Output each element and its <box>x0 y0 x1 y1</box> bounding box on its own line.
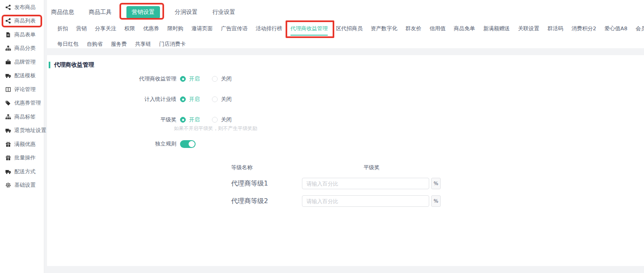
sidebar-item-product-list[interactable]: 商品列表 <box>0 14 44 28</box>
form-row-independent-rule: 独立规则 <box>47 136 644 152</box>
tab-marketing[interactable]: 营销 <box>76 25 87 32</box>
tab-association-settings[interactable]: 关联设置 <box>518 25 539 32</box>
radio-group: 开启 关闭 <box>180 75 232 83</box>
tab-asset-digitization[interactable]: 资产数字化 <box>371 25 397 32</box>
radio-unchecked-icon <box>212 76 218 82</box>
tab-district-agent-recruit[interactable]: 区代招商员 <box>336 25 363 32</box>
tab-agent-income-wrap: 代理商收益管理 <box>290 25 328 36</box>
sidebar-item-product-category[interactable]: 商品分类 <box>0 42 44 56</box>
gear-icon <box>5 182 11 188</box>
sidebar-item-label: 商品表单 <box>14 31 36 38</box>
percent-input-group: % <box>302 195 441 207</box>
form-label: 平级奖 <box>47 116 180 123</box>
sidebar-item-comment-management[interactable]: 评论管理 <box>0 83 44 96</box>
radio-open[interactable]: 开启 <box>180 116 200 123</box>
content-card: 代理商收益管理 代理商收益管理 开启 关闭 计入统计 <box>47 55 644 266</box>
tab-service-fee[interactable]: 服务费 <box>111 40 127 48</box>
file-icon <box>5 32 11 38</box>
tab-agent-income-management[interactable]: 代理商收益管理 <box>290 25 328 36</box>
sidebar-item-publish-product[interactable]: 发布商品 <box>0 0 44 14</box>
tab-flash-sale[interactable]: 限时购 <box>167 25 183 32</box>
sidebar-item-label: 满额优惠 <box>14 141 36 148</box>
form-label: 独立规则 <box>47 140 180 148</box>
secondary-tabs: 折扣 营销 分享关注 权限 优惠券 限时购 邀请页面 广告宣传语 活动排行榜 代… <box>47 18 644 36</box>
sidebar-item-product-tag[interactable]: 商品标签 <box>0 110 44 124</box>
sidebar-item-full-discount[interactable]: 满额优惠 <box>0 137 44 151</box>
table-header-peer-award: 平级奖 <box>302 164 441 171</box>
percent-input-group: % <box>302 178 441 189</box>
sidebar-item-coupon-management[interactable]: 优惠券管理 <box>0 96 44 110</box>
radio-open[interactable]: 开启 <box>180 75 200 83</box>
truck-icon <box>5 169 11 175</box>
sidebar-item-delivery-template[interactable]: 配送模板 <box>0 69 44 83</box>
tab-credit-value[interactable]: 信用值 <box>430 25 446 32</box>
radio-close[interactable]: 关闭 <box>212 116 232 123</box>
radio-group: 开启 关闭 <box>180 116 232 123</box>
table-header-row: 等级名称 平级奖 <box>231 163 493 172</box>
sidebar-item-brand-management[interactable]: 品牌管理 <box>0 55 44 69</box>
briefcase-icon <box>5 59 11 65</box>
sidebar-item-product-form[interactable]: 商品表单 <box>0 28 44 42</box>
sidebar-item-delivery-method[interactable]: 配送方式 <box>0 165 44 179</box>
sidebar-item-label: 配送方式 <box>14 168 36 175</box>
sidebar-item-return-address[interactable]: 退货地址设置 <box>0 124 44 138</box>
tab-group-qr[interactable]: 群活码 <box>547 25 563 32</box>
sidebar-item-label: 品牌管理 <box>14 58 36 66</box>
gift-icon <box>5 155 11 161</box>
tab-invite-page[interactable]: 邀请页面 <box>191 25 213 32</box>
settings-form: 代理商收益管理 开启 关闭 计入统计业绩 <box>47 69 644 207</box>
tab-industry-settings[interactable]: 行业设置 <box>212 9 235 16</box>
table-row: 代理商等级2 % <box>231 195 493 207</box>
tab-store-consume-card[interactable]: 门店消费卡 <box>159 40 186 48</box>
columns-icon <box>5 87 11 92</box>
radio-close[interactable]: 关闭 <box>212 96 232 103</box>
tab-product-free[interactable]: 商品免单 <box>454 25 475 32</box>
tertiary-tabs: 每日红包 自购省 服务费 共享链 门店消费卡 <box>47 36 644 48</box>
sitemap-icon <box>5 114 11 120</box>
section-title-text: 代理商收益管理 <box>54 61 94 69</box>
tab-profit-settings[interactable]: 分润设置 <box>175 9 198 16</box>
sidebar-item-basic-settings[interactable]: 基础设置 <box>0 179 44 192</box>
tab-love-value-a8[interactable]: 爱心值A8 <box>604 25 627 32</box>
tab-activity-ranking[interactable]: 活动排行榜 <box>256 25 282 32</box>
tab-member[interactable]: 会员 <box>635 25 644 32</box>
tab-marketing-settings-wrap: 营销设置 <box>126 6 160 18</box>
gift-icon <box>5 141 11 147</box>
sidebar-item-label: 评论管理 <box>14 86 36 93</box>
tab-group-friend-price[interactable]: 群友价 <box>405 25 421 32</box>
sidebar-item-batch-operation[interactable]: 批量操作 <box>0 151 44 165</box>
radio-checked-icon <box>180 117 186 123</box>
tab-share-chain[interactable]: 共享链 <box>135 40 151 48</box>
table-row: 代理商等级1 % <box>231 178 493 189</box>
radio-checked-icon <box>180 76 186 82</box>
radio-checked-icon <box>180 96 186 102</box>
tab-permission[interactable]: 权限 <box>124 25 135 32</box>
sidebar-item-label: 配送模板 <box>14 72 36 79</box>
tab-ad-slogan[interactable]: 广告宣传语 <box>221 25 248 32</box>
section-title-bar <box>49 62 50 68</box>
sidebar: 发布商品 商品列表 商品表单 商品分类 品牌管理 配送模板 评论管理 优惠券管理… <box>0 0 44 273</box>
sidebar-item-label: 批量操作 <box>14 154 36 161</box>
sidebar-item-label: 商品列表 <box>14 17 36 25</box>
radio-close[interactable]: 关闭 <box>212 75 232 83</box>
share-icon <box>5 4 11 10</box>
percent-input[interactable] <box>302 195 429 207</box>
tab-coupon[interactable]: 优惠券 <box>143 25 159 32</box>
tab-discount[interactable]: 折扣 <box>57 25 68 32</box>
sidebar-item-label: 退货地址设置 <box>14 127 46 134</box>
tab-share-follow[interactable]: 分享关注 <box>95 25 116 32</box>
tab-product-info[interactable]: 商品信息 <box>51 9 74 16</box>
tab-new-full-gift[interactable]: 新满额赠送 <box>483 25 510 32</box>
independent-rule-toggle[interactable] <box>180 140 196 148</box>
table-header-level-name: 等级名称 <box>231 164 302 171</box>
radio-unchecked-icon <box>212 117 218 123</box>
tab-marketing-settings[interactable]: 营销设置 <box>126 6 160 18</box>
tab-product-tools[interactable]: 商品工具 <box>89 9 112 16</box>
tab-self-purchase-save[interactable]: 自购省 <box>87 40 103 48</box>
tab-consume-points2[interactable]: 消费积分2 <box>572 25 596 32</box>
radio-unchecked-icon <box>212 96 218 102</box>
radio-open[interactable]: 开启 <box>180 96 200 103</box>
section-title: 代理商收益管理 <box>47 55 644 69</box>
percent-input[interactable] <box>302 178 429 189</box>
tab-daily-redpacket[interactable]: 每日红包 <box>57 40 79 48</box>
